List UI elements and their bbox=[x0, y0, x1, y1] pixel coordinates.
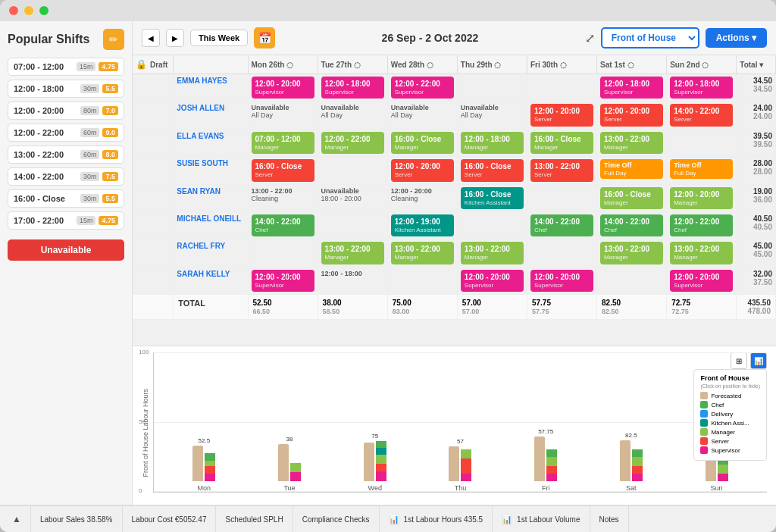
shift-badge: 07:00 - 12:00 Manager bbox=[252, 132, 314, 154]
legend-item[interactable]: Manager bbox=[700, 428, 760, 436]
shift-cell[interactable]: 12:00 - 20:00 Server bbox=[387, 157, 457, 184]
shift-time: 16:00 - Close bbox=[14, 194, 65, 203]
shift-item[interactable]: 07:00 - 12:00 15m 4.75 bbox=[8, 58, 124, 76]
shift-cell[interactable]: 07:00 - 12:00 Manager bbox=[248, 129, 318, 156]
stacked-bar bbox=[546, 449, 557, 481]
shift-cell[interactable]: 13:00 - 22:00 Manager bbox=[597, 239, 667, 267]
shift-cell[interactable]: 12:00 - 20:00 Server bbox=[597, 102, 667, 129]
legend-item[interactable]: Forecasted bbox=[700, 392, 760, 399]
shift-cell[interactable]: 12:00 - 18:00 Supervisor bbox=[318, 74, 387, 102]
shift-item[interactable]: 16:00 - Close 30m 5.5 bbox=[8, 189, 124, 208]
shift-cell[interactable]: 12:00 - 20:00 Supervisor bbox=[527, 267, 596, 294]
shift-cell[interactable]: 16:00 - Close Manager bbox=[527, 129, 596, 156]
shift-cell[interactable]: 16:00 - Close Server bbox=[248, 157, 318, 184]
stacked-bar bbox=[376, 441, 386, 481]
legend-item[interactable]: Chef bbox=[700, 401, 760, 408]
th-tue: Tue 27th ◌ bbox=[318, 55, 387, 74]
shift-cell[interactable]: 12:00 - 22:00 Supervisor bbox=[387, 74, 457, 102]
shift-cell[interactable]: 16:00 - Close Manager bbox=[387, 129, 457, 156]
shift-time: 14:00 - 22:00 bbox=[14, 172, 64, 181]
shift-cell[interactable]: 12:00 - 20:00 Supervisor bbox=[667, 267, 737, 294]
shift-cell[interactable]: 12:00 - 20:00 Supervisor bbox=[457, 267, 527, 294]
shift-duration: 30m bbox=[80, 172, 100, 181]
venue-selector[interactable]: Front of House bbox=[601, 27, 699, 49]
next-week-button[interactable]: ▶ bbox=[166, 29, 184, 47]
shift-cell[interactable]: 13:00 - 22:00 Manager bbox=[387, 239, 457, 267]
shift-badge: 12:00 - 20:00 Server bbox=[530, 104, 593, 126]
footer-collapse[interactable]: ▲ bbox=[9, 506, 31, 532]
shift-cell[interactable]: 13:00 - 22:00 Manager bbox=[597, 129, 667, 156]
legend-item[interactable]: Server bbox=[700, 437, 760, 445]
shift-cell[interactable]: 13:00 - 22:00 Manager bbox=[667, 239, 737, 267]
row-status bbox=[133, 157, 174, 184]
unavailable-button[interactable]: Unavailable bbox=[8, 239, 124, 261]
shift-item[interactable]: 12:00 - 18:00 30m 5.5 bbox=[8, 80, 124, 98]
shift-cell[interactable]: 12:00 - 20:00 Supervisor bbox=[248, 267, 318, 294]
labour-hours-label: 1st Labour Hours 435.5 bbox=[404, 515, 483, 524]
shift-cell[interactable]: 12:00 - 20:00 Manager bbox=[667, 184, 737, 211]
shift-cell[interactable]: 12:00 - 20:00 Server bbox=[527, 102, 596, 129]
bar-day-label: Fri bbox=[542, 484, 550, 492]
shift-cell[interactable]: 13:00 - 22:00 Server bbox=[527, 157, 596, 184]
prev-week-button[interactable]: ◀ bbox=[142, 29, 160, 47]
total-sun: 72.7572.75 bbox=[667, 295, 737, 320]
shift-cell[interactable]: 12:00 - 22:00 Manager bbox=[318, 129, 387, 156]
total-cell: 32.0037.50 bbox=[737, 267, 776, 294]
legend-item[interactable]: Supervisor bbox=[700, 446, 760, 454]
stacked-bar bbox=[205, 453, 215, 481]
shift-score: 7.5 bbox=[102, 172, 118, 181]
maximize-button[interactable] bbox=[39, 6, 48, 15]
shift-meta: 60m 8.0 bbox=[80, 150, 118, 159]
shift-item[interactable]: 12:00 - 20:00 80m 7.0 bbox=[8, 102, 124, 120]
unavailable-cell: UnavailableAll Day bbox=[318, 102, 387, 129]
this-week-button[interactable]: This Week bbox=[190, 30, 248, 46]
shift-cell[interactable]: 12:00 - 18:00 Supervisor bbox=[597, 74, 667, 102]
shift-cell[interactable]: 12:00 - 18:00 Supervisor bbox=[667, 74, 737, 102]
empty-cell bbox=[318, 211, 387, 239]
empty-cell bbox=[597, 267, 667, 294]
sidebar-header: Popular Shifts ✏ bbox=[8, 29, 124, 50]
shift-cell[interactable]: 13:00 - 22:00 Manager bbox=[457, 239, 527, 267]
shift-item[interactable]: 12:00 - 22:00 60m 9.0 bbox=[8, 124, 124, 142]
total-sat: 82.5082.50 bbox=[597, 295, 667, 320]
shift-cell[interactable]: 14:00 - 22:00 Chef bbox=[248, 211, 318, 239]
shift-cell[interactable]: 12:00 - 20:00 Supervisor bbox=[248, 74, 318, 102]
legend-item[interactable]: Kitchen Assi... bbox=[700, 419, 760, 427]
shift-item[interactable]: 14:00 - 22:00 30m 7.5 bbox=[8, 167, 124, 186]
forecasted-bar bbox=[364, 443, 374, 481]
shift-cell[interactable]: 16:00 - Close Server bbox=[457, 157, 527, 184]
bar-column: 38 Tue bbox=[278, 436, 301, 492]
edit-shifts-button[interactable]: ✏ bbox=[103, 29, 124, 50]
total-empty bbox=[133, 295, 174, 320]
shift-badge: 12:00 - 22:00 Chef bbox=[670, 214, 733, 236]
legend-item[interactable]: Delivery bbox=[700, 410, 760, 418]
shift-badge: 12:00 - 22:00 Manager bbox=[321, 132, 384, 154]
shift-cell[interactable]: 14:00 - 22:00 Chef bbox=[597, 211, 667, 239]
shift-cell[interactable]: 13:00 - 22:00 Manager bbox=[318, 239, 387, 267]
close-button[interactable] bbox=[9, 6, 18, 15]
shift-item[interactable]: 17:00 - 22:00 15m 4.75 bbox=[8, 211, 124, 230]
time-off-cell: Time OffFull Day bbox=[667, 157, 737, 184]
shift-cell[interactable]: 14:00 - 22:00 Chef bbox=[527, 211, 596, 239]
shift-cell[interactable]: 16:00 - Close Manager bbox=[597, 184, 667, 211]
expand-button[interactable]: ⤢ bbox=[585, 31, 595, 45]
shift-cell[interactable]: 12:00 - 18:00 Manager bbox=[457, 129, 527, 156]
minimize-button[interactable] bbox=[24, 6, 33, 15]
shift-badge: 16:00 - Close Server bbox=[252, 159, 314, 181]
shift-item[interactable]: 13:00 - 22:00 60m 8.0 bbox=[8, 146, 124, 164]
shift-cell[interactable]: 12:00 - 22:00 Chef bbox=[667, 211, 737, 239]
shift-duration: 60m bbox=[80, 128, 100, 137]
legend-color-swatch bbox=[700, 437, 708, 445]
shift-cell[interactable]: 12:00 - 19:00 Kitchen Assistant bbox=[387, 211, 457, 239]
bar-day-label: Tue bbox=[283, 484, 295, 492]
table-row: ELLA EVANS 07:00 - 12:00 Manager 12:00 -… bbox=[133, 129, 776, 156]
legend-items: Forecasted Chef Delivery Kitchen Assi...… bbox=[700, 392, 760, 454]
footer-splh: Scheduled SPLH bbox=[216, 506, 293, 532]
total-mon: 52.5066.50 bbox=[248, 295, 318, 320]
shift-cell[interactable]: 14:00 - 22:00 Server bbox=[667, 102, 737, 129]
actions-button[interactable]: Actions ▾ bbox=[706, 28, 767, 48]
plain-cell: 13:00 - 22:00Cleaning bbox=[248, 184, 318, 211]
bar-day-label: Sat bbox=[626, 484, 637, 492]
shift-cell[interactable]: 16:00 - Close Kitchen Assistant bbox=[457, 184, 527, 211]
shift-meta: 30m 5.5 bbox=[80, 84, 118, 93]
